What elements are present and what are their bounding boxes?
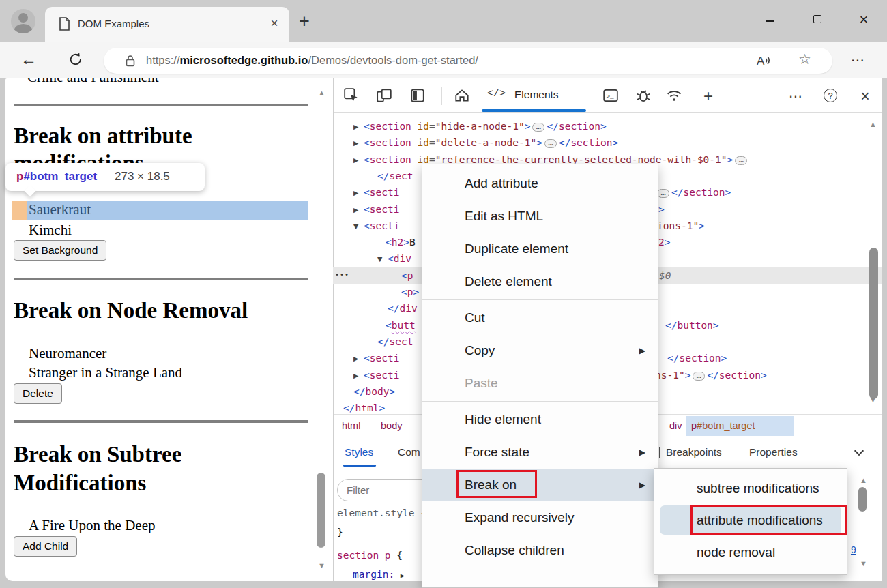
dom-node-code: <div bbox=[388, 250, 411, 267]
url-text[interactable]: https://microsoftedge.github.io/Demos/de… bbox=[146, 54, 478, 67]
device-emulation-icon[interactable] bbox=[376, 87, 394, 105]
profile-avatar-icon[interactable] bbox=[11, 9, 35, 33]
read-aloud-icon[interactable]: A bbox=[755, 53, 779, 69]
window-minimize-button[interactable] bbox=[759, 12, 780, 27]
tab-computed[interactable]: Com bbox=[398, 437, 420, 467]
new-tab-button[interactable]: + bbox=[299, 11, 310, 32]
svg-text:>_: >_ bbox=[606, 93, 614, 100]
toolbar-divider bbox=[774, 87, 774, 105]
devtools-close-icon[interactable]: × bbox=[856, 87, 874, 105]
page-scroll-up-icon[interactable]: ▲ bbox=[318, 89, 325, 97]
delete-button[interactable]: Delete bbox=[14, 383, 62, 404]
styles-scroll-down-icon[interactable]: ▼ bbox=[860, 559, 867, 568]
list-item-kimchi[interactable]: Kimchi bbox=[29, 222, 72, 239]
devtools-toolbar: ⋯ ? × >_ + bbox=[334, 78, 882, 113]
tree-expanded-icon[interactable]: ▼ bbox=[353, 218, 358, 235]
console-tab-icon[interactable]: >_ bbox=[602, 87, 620, 105]
active-tab-underline bbox=[482, 109, 586, 112]
menu-item-copy[interactable]: Copy▶ bbox=[422, 334, 658, 367]
favorites-star-icon[interactable]: ☆ bbox=[798, 51, 811, 68]
submenu-item-node-removal[interactable]: node removal bbox=[654, 536, 847, 568]
address-bar[interactable]: https://microsoftedge.github.io/Demos/de… bbox=[104, 48, 832, 74]
tree-collapsed-icon[interactable]: ▶ bbox=[353, 134, 358, 151]
dom-node-code: <butt bbox=[386, 317, 416, 334]
devtools-more-icon[interactable]: ⋯ bbox=[787, 87, 804, 105]
tab-close-icon[interactable]: × bbox=[267, 16, 282, 31]
break-on-submenu: subtree modificationsattribute modificat… bbox=[654, 468, 847, 575]
tree-collapsed-icon[interactable]: ▶ bbox=[353, 367, 358, 384]
tree-collapsed-icon[interactable]: ▶ bbox=[353, 350, 358, 367]
list-item-stranger: Stranger in a Strange Land bbox=[29, 364, 182, 381]
elements-code-icon: </> bbox=[487, 88, 506, 100]
tooltip-size: 273 × 18.5 bbox=[115, 170, 170, 183]
dom-tree-row[interactable]: ▶<section id="hide-a-node-1">…</section> bbox=[333, 118, 882, 135]
row-actions-dots-icon[interactable]: ••• bbox=[335, 266, 349, 283]
set-background-button[interactable]: Set Background bbox=[14, 240, 106, 261]
tree-scrollbar-thumb[interactable] bbox=[869, 248, 878, 399]
menu-item-paste[interactable]: Paste bbox=[422, 367, 658, 400]
styles-scroll-up-icon[interactable]: ▲ bbox=[860, 476, 867, 484]
menu-item-force-state[interactable]: Force state▶ bbox=[422, 436, 658, 469]
menu-item-label: Duplicate element bbox=[465, 241, 568, 256]
list-item-fire-upon-deep: A Fire Upon the Deep bbox=[29, 517, 155, 534]
breadcrumb-selected-node[interactable]: p#botm_target bbox=[686, 416, 794, 436]
horizontal-rule bbox=[14, 420, 308, 423]
list-item-sauerkraut[interactable]: Sauerkraut bbox=[29, 201, 91, 218]
dom-node-code-fragment: ns-1">…</section> bbox=[655, 367, 767, 384]
tree-scroll-down-icon[interactable]: ▼ bbox=[869, 396, 877, 404]
devtools-help-icon[interactable]: ? bbox=[824, 87, 841, 105]
inline-style-rule[interactable]: element.style { bbox=[337, 508, 426, 518]
stylesheet-line-link[interactable]: 9 bbox=[851, 544, 856, 555]
inspect-element-icon[interactable] bbox=[343, 87, 361, 105]
back-button[interactable]: ← bbox=[20, 50, 37, 69]
menu-item-label: Add attribute bbox=[465, 176, 538, 190]
page-scroll-down-icon[interactable]: ▼ bbox=[318, 561, 325, 570]
breadcrumb-body[interactable]: body bbox=[381, 415, 402, 437]
home-tab-icon[interactable] bbox=[454, 87, 471, 105]
tree-scroll-up-icon[interactable]: ▲ bbox=[869, 120, 877, 128]
breadcrumb-div[interactable]: div bbox=[669, 415, 682, 437]
menu-item-expand-recursively[interactable]: Expand recursively bbox=[422, 501, 658, 534]
css-property-margin[interactable]: margin: ▶ bbox=[353, 569, 405, 580]
menu-item-duplicate-element[interactable]: Duplicate element bbox=[422, 233, 658, 265]
menu-item-hide-element[interactable]: Hide element bbox=[422, 403, 658, 436]
breadcrumb-html[interactable]: html bbox=[342, 415, 360, 437]
chevron-down-icon[interactable] bbox=[854, 446, 864, 456]
add-panel-icon[interactable]: + bbox=[699, 87, 717, 105]
tab-elements[interactable]: </> Elements bbox=[482, 78, 586, 112]
submenu-item-subtree-modifications[interactable]: subtree modifications bbox=[654, 472, 847, 504]
clipped-list-item: Crime and Punishment bbox=[27, 78, 159, 86]
dom-tree-row[interactable]: ▶<section id="delete-a-node-1">…</sectio… bbox=[333, 134, 882, 151]
menu-item-label: Delete element bbox=[465, 274, 552, 289]
submenu-item-attribute-modifications[interactable]: attribute modifications bbox=[654, 504, 847, 536]
styles-filter-input[interactable]: Filter bbox=[337, 479, 434, 501]
tree-collapsed-icon[interactable]: ▶ bbox=[353, 151, 358, 168]
css-rule-selector[interactable]: section p { bbox=[337, 550, 403, 561]
refresh-button[interactable] bbox=[68, 51, 84, 68]
tree-collapsed-icon[interactable]: ▶ bbox=[353, 118, 358, 135]
page-scrollbar-thumb[interactable] bbox=[317, 473, 325, 548]
tab-dom-breakpoints[interactable]: Breakpoints bbox=[666, 437, 722, 467]
dom-node-code-fragment: …</section> bbox=[655, 184, 731, 201]
tree-expanded-icon[interactable]: ▼ bbox=[377, 250, 382, 267]
tree-collapsed-icon[interactable]: ▶ bbox=[353, 184, 358, 201]
window-close-button[interactable]: × bbox=[854, 12, 874, 27]
styles-scrollbar-thumb[interactable] bbox=[858, 487, 867, 512]
debugger-bug-icon[interactable] bbox=[635, 87, 653, 105]
menu-item-break-on[interactable]: Break on▶ bbox=[422, 469, 658, 501]
menu-item-add-attribute[interactable]: Add attribute bbox=[422, 167, 658, 200]
tab-properties[interactable]: Properties bbox=[749, 437, 798, 467]
browser-menu-icon[interactable]: ⋯ bbox=[851, 52, 865, 68]
window-maximize-button[interactable] bbox=[807, 12, 828, 27]
lock-icon[interactable] bbox=[124, 54, 136, 68]
menu-item-cut[interactable]: Cut bbox=[422, 302, 658, 334]
tree-collapsed-icon[interactable]: ▶ bbox=[353, 201, 358, 218]
network-wifi-icon[interactable] bbox=[666, 87, 684, 105]
browser-tab[interactable]: DOM Examples × bbox=[45, 7, 289, 42]
tab-styles[interactable]: Styles bbox=[345, 437, 373, 467]
menu-item-delete-element[interactable]: Delete element bbox=[422, 265, 658, 298]
add-child-button[interactable]: Add Child bbox=[14, 536, 77, 557]
menu-item-edit-as-html[interactable]: Edit as HTML bbox=[422, 200, 658, 233]
dock-side-icon[interactable] bbox=[409, 87, 427, 105]
menu-item-collapse-children[interactable]: Collapse children bbox=[422, 534, 658, 567]
